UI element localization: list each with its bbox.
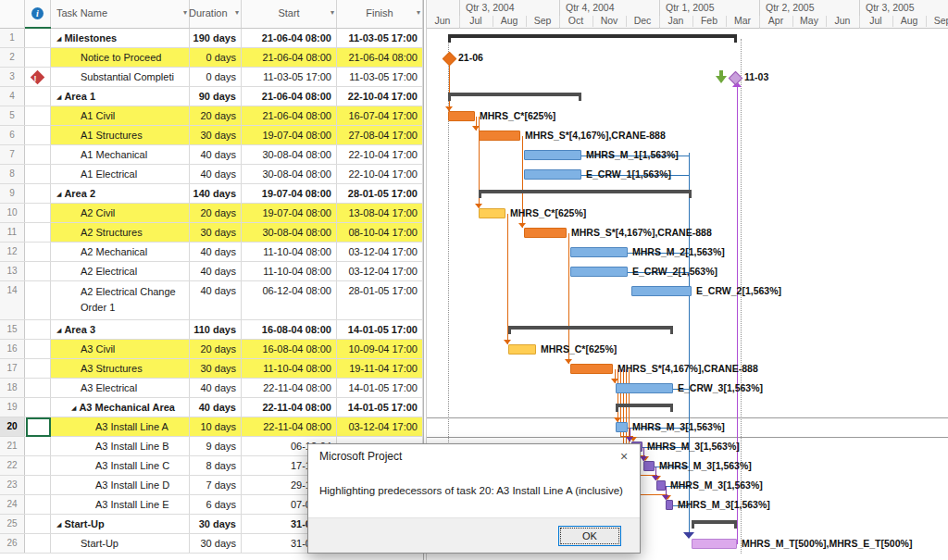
indicator-cell[interactable] — [25, 29, 51, 47]
indicator-cell[interactable] — [25, 340, 51, 358]
task-name-cell[interactable]: Notice to Proceed — [51, 48, 190, 67]
duration-cell[interactable]: 190 days — [190, 29, 242, 47]
indicator-cell[interactable] — [25, 515, 51, 533]
row-number[interactable]: 24 — [0, 495, 25, 514]
table-row[interactable]: 17A3 Structures30 days11-10-04 08:0019-1… — [0, 359, 423, 379]
column-header-duration[interactable]: Duration▾ — [190, 0, 242, 29]
duration-cell[interactable]: 0 days — [190, 68, 242, 86]
duration-cell[interactable]: 30 days — [190, 223, 242, 242]
start-cell[interactable]: 21-06-04 08:00 — [242, 29, 337, 47]
row-number[interactable]: 5 — [0, 106, 25, 125]
task-name-cell[interactable]: A3 Install Line E — [51, 495, 190, 514]
finish-cell[interactable]: 28-01-05 17:00 — [337, 184, 423, 203]
start-cell[interactable]: 19-07-04 08:00 — [242, 184, 337, 203]
row-number[interactable]: 14 — [0, 281, 25, 319]
table-row[interactable]: 4◢Area 190 days21-06-04 08:0022-10-04 17… — [0, 87, 423, 106]
start-cell[interactable]: 22-11-04 08:00 — [242, 417, 337, 436]
row-number[interactable]: 1 — [0, 29, 25, 47]
duration-cell[interactable]: 7 days — [190, 476, 242, 494]
task-name-cell[interactable]: ◢A3 Mechanical Area — [51, 398, 190, 417]
task-name-cell[interactable]: ◢Area 3 — [51, 320, 190, 339]
finish-cell[interactable]: 10-09-04 17:00 — [337, 340, 423, 358]
indicator-cell[interactable] — [25, 534, 51, 553]
duration-cell[interactable]: 30 days — [190, 126, 242, 144]
duration-cell[interactable]: 30 days — [190, 515, 242, 533]
table-row[interactable]: 6A1 Structures30 days19-07-04 08:0027-08… — [0, 126, 423, 145]
finish-cell[interactable]: 03-12-04 17:00 — [337, 417, 423, 436]
column-header-name[interactable]: Task Name▾ — [51, 0, 190, 29]
column-header-finish[interactable]: Finish▾ — [337, 0, 423, 29]
table-row[interactable]: 10A2 Civil20 days19-07-04 08:0013-08-04 … — [0, 204, 423, 223]
row-number[interactable]: 22 — [0, 456, 25, 475]
task-name-cell[interactable]: A1 Mechanical — [51, 145, 190, 164]
row-number[interactable]: 25 — [0, 515, 25, 533]
row-number[interactable]: 2 — [0, 48, 25, 67]
task-bar[interactable] — [524, 169, 581, 180]
row-number[interactable]: 19 — [0, 398, 25, 417]
indicator-cell[interactable] — [25, 281, 51, 319]
table-row[interactable]: 13A2 Electrical40 days11-10-04 08:0003-1… — [0, 262, 423, 281]
finish-cell[interactable]: 27-08-04 17:00 — [337, 126, 423, 144]
duration-cell[interactable]: 40 days — [190, 165, 242, 183]
indicator-cell[interactable] — [25, 165, 51, 183]
start-cell[interactable]: 22-11-04 08:00 — [242, 379, 337, 397]
start-cell[interactable]: 19-07-04 08:00 — [242, 126, 337, 144]
table-row[interactable]: 9◢Area 2140 days19-07-04 08:0028-01-05 1… — [0, 184, 423, 204]
row-number[interactable]: 7 — [0, 145, 25, 164]
task-bar[interactable] — [570, 267, 628, 277]
finish-cell[interactable]: 19-11-04 17:00 — [337, 359, 423, 378]
task-bar[interactable] — [692, 539, 737, 549]
column-header-ind[interactable]: i — [25, 0, 51, 29]
duration-cell[interactable]: 10 days — [190, 417, 242, 436]
task-bar[interactable] — [631, 286, 692, 296]
task-bar[interactable] — [666, 500, 673, 510]
task-name-cell[interactable]: A3 Install Line D — [51, 476, 190, 494]
task-name-cell[interactable]: ◢Area 1 — [51, 87, 190, 106]
task-name-cell[interactable]: ◢Area 2 — [51, 184, 190, 203]
row-number[interactable]: 23 — [0, 476, 25, 494]
row-number[interactable]: 16 — [0, 340, 25, 358]
indicator-cell[interactable]: ! — [25, 68, 51, 86]
summary-bar[interactable] — [616, 404, 673, 412]
indicator-cell[interactable] — [25, 262, 51, 280]
column-header-start[interactable]: Start▾ — [242, 0, 337, 29]
start-cell[interactable]: 16-08-04 08:00 — [242, 340, 337, 358]
row-number[interactable]: 11 — [0, 223, 25, 242]
row-number[interactable]: 20 — [0, 417, 25, 436]
duration-cell[interactable]: 30 days — [190, 534, 242, 553]
table-row[interactable]: 2Notice to Proceed0 days21-06-04 08:0021… — [0, 48, 423, 68]
filter-icon[interactable]: ▾ — [331, 8, 334, 17]
duration-cell[interactable]: 20 days — [190, 106, 242, 125]
task-name-cell[interactable]: A2 Electrical — [51, 262, 190, 280]
finish-cell[interactable]: 14-01-05 17:00 — [337, 320, 423, 339]
table-row[interactable]: 20A3 Install Line A10 days22-11-04 08:00… — [0, 417, 423, 437]
table-row[interactable]: 3!Substantial Completi0 days11-03-05 17:… — [0, 68, 423, 87]
finish-cell[interactable]: 08-10-04 17:00 — [337, 223, 423, 242]
table-row[interactable]: 19◢A3 Mechanical Area40 days22-11-04 08:… — [0, 398, 423, 417]
row-number[interactable]: 26 — [0, 534, 25, 553]
start-cell[interactable]: 30-08-04 08:00 — [242, 145, 337, 164]
column-header-num[interactable] — [0, 0, 25, 29]
task-bar[interactable] — [616, 383, 673, 393]
table-row[interactable]: 16A3 Civil20 days16-08-04 08:0010-09-04 … — [0, 340, 423, 359]
task-name-cell[interactable]: ◢Start-Up — [51, 515, 190, 533]
row-number[interactable]: 12 — [0, 243, 25, 261]
task-bar[interactable] — [524, 150, 581, 160]
expand-triangle-icon[interactable]: ◢ — [56, 93, 61, 100]
task-name-cell[interactable]: A2 Electrical Change Order 1 — [51, 281, 190, 319]
task-name-cell[interactable]: A1 Electrical — [51, 165, 190, 183]
task-bar[interactable] — [508, 344, 536, 355]
table-row[interactable]: 14A2 Electrical Change Order 140 days06-… — [0, 281, 423, 320]
close-icon[interactable]: × — [616, 448, 632, 465]
indicator-cell[interactable] — [25, 184, 51, 203]
table-row[interactable]: 7A1 Mechanical40 days30-08-04 08:0022-10… — [0, 145, 423, 165]
duration-cell[interactable]: 40 days — [190, 145, 242, 164]
task-bar[interactable] — [643, 461, 655, 471]
duration-cell[interactable]: 90 days — [190, 87, 242, 106]
indicator-cell[interactable] — [25, 437, 51, 455]
start-cell[interactable]: 11-03-05 17:00 — [242, 68, 337, 86]
row-number[interactable]: 4 — [0, 87, 25, 106]
task-name-cell[interactable]: A1 Structures — [51, 126, 190, 144]
task-name-cell[interactable]: Substantial Completi — [51, 68, 190, 86]
indicator-cell[interactable] — [25, 48, 51, 67]
